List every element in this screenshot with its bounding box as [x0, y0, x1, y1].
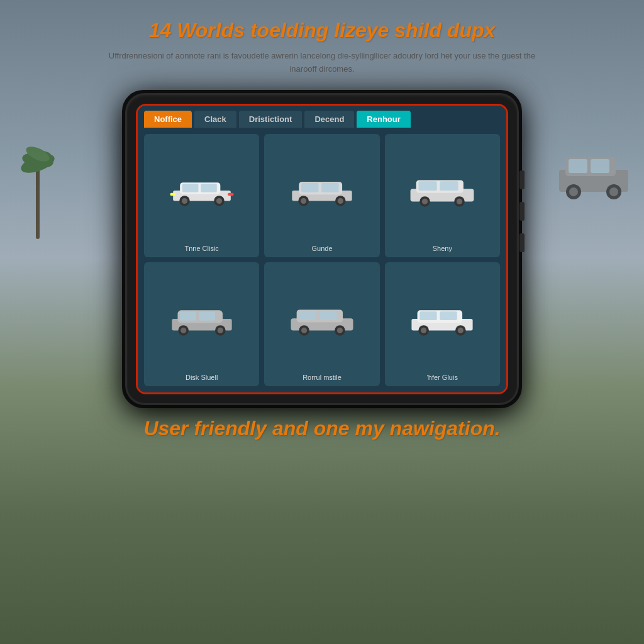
tablet-screen: Noffice Clack Dristictiont Decend Renhou…: [136, 104, 508, 394]
car-image-2: [269, 139, 374, 243]
car-image-5: [269, 267, 374, 371]
car-card-2[interactable]: Gunde: [264, 134, 379, 258]
svg-point-54: [337, 328, 343, 333]
svg-point-20: [216, 198, 222, 204]
svg-rect-34: [440, 182, 458, 191]
tab-renhour[interactable]: Renhour: [357, 111, 410, 128]
main-title: 14 Worlds toelding lizeye shild dupx: [50, 19, 594, 42]
svg-rect-26: [321, 183, 338, 192]
car-card-5[interactable]: Rorrul mstile: [264, 262, 379, 386]
car-label-2: Gunde: [311, 245, 332, 252]
svg-rect-21: [170, 193, 175, 196]
svg-point-52: [301, 328, 307, 333]
svg-rect-42: [199, 311, 215, 321]
svg-point-62: [458, 328, 464, 333]
side-button-3[interactable]: [519, 233, 525, 252]
svg-point-18: [182, 198, 187, 204]
car-image-1: [149, 139, 254, 243]
svg-rect-41: [180, 311, 196, 321]
svg-rect-25: [301, 183, 319, 192]
car-label-6: 'hfer Gluis: [427, 374, 458, 381]
car-label-3: Sheny: [433, 245, 452, 252]
car-card-3[interactable]: Sheny: [385, 134, 500, 258]
svg-rect-49: [299, 311, 316, 320]
tab-clack[interactable]: Clack: [194, 111, 236, 128]
car-image-3: [390, 139, 495, 243]
svg-point-36: [422, 199, 428, 204]
svg-rect-58: [440, 311, 458, 320]
svg-point-30: [338, 198, 343, 204]
svg-rect-57: [420, 311, 438, 320]
side-button-1[interactable]: [519, 170, 525, 189]
svg-rect-15: [182, 184, 198, 192]
svg-rect-33: [419, 182, 437, 191]
tab-decend[interactable]: Decend: [304, 111, 354, 128]
svg-point-46: [217, 328, 223, 333]
car-card-4[interactable]: Disk Sluell: [144, 262, 259, 386]
svg-rect-50: [319, 311, 336, 320]
svg-rect-22: [228, 193, 233, 196]
car-label-5: Rorrul mstile: [303, 374, 341, 381]
car-card-6[interactable]: 'hfer Gluis: [385, 262, 500, 386]
svg-point-60: [421, 328, 426, 333]
car-label-1: Tnne Clisic: [184, 245, 218, 252]
svg-point-38: [457, 199, 462, 204]
tab-dristictiont[interactable]: Dristictiont: [239, 111, 303, 128]
car-card-1[interactable]: Tnne Clisic: [144, 134, 259, 258]
tablet-device: Noffice Clack Dristictiont Decend Renhou…: [127, 95, 517, 403]
tabs-bar: Noffice Clack Dristictiont Decend Renhou…: [138, 106, 506, 128]
subtitle: Uffrdrennesioni of aonnote rani is favou…: [102, 50, 542, 76]
car-label-4: Disk Sluell: [186, 374, 218, 381]
device-container: Noffice Clack Dristictiont Decend Renhou…: [0, 95, 644, 403]
car-image-6: [390, 267, 495, 371]
side-button-2[interactable]: [519, 202, 525, 221]
top-header: 14 Worlds toelding lizeye shild dupx Uff…: [0, 0, 644, 89]
car-image-4: [149, 267, 254, 371]
tab-noffice[interactable]: Noffice: [144, 111, 192, 128]
bottom-tagline: User friendly and one my nawigation.: [0, 403, 644, 453]
svg-rect-16: [201, 184, 217, 192]
svg-point-28: [301, 198, 306, 204]
tagline-text: User friendly and one my nawigation.: [38, 417, 606, 440]
car-grid: Tnne Clisic: [138, 128, 506, 392]
svg-point-44: [180, 328, 186, 333]
